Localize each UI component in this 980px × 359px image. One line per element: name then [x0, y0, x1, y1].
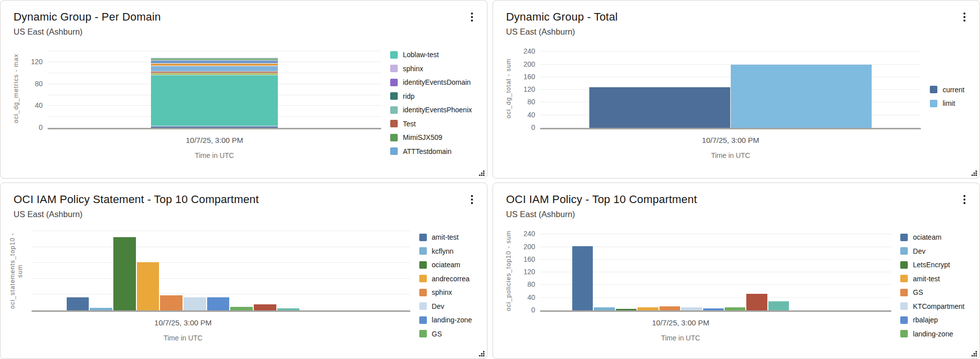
legend-label: current: [942, 86, 964, 94]
stacked-bar[interactable]: [151, 58, 278, 128]
legend-label: rbalajep: [913, 316, 938, 324]
y-tick-label: 160: [524, 256, 535, 263]
bar[interactable]: [67, 297, 89, 310]
gridline: [48, 51, 381, 51]
legend-item[interactable]: Dev: [419, 302, 472, 310]
legend-swatch: [900, 330, 908, 337]
chart-title: Dynamic Group - Total: [506, 11, 966, 24]
plot-area: [32, 231, 410, 312]
legend-item[interactable]: identityEventsPhoenix: [390, 106, 472, 114]
legend-label: kcflynn: [432, 247, 454, 255]
resize-handle-icon[interactable]: [479, 351, 484, 356]
legend-item[interactable]: ATTTestdomain: [390, 147, 472, 155]
legend-item[interactable]: LetsEncrypt: [900, 261, 964, 269]
bar[interactable]: [230, 307, 253, 310]
stack-segment[interactable]: [151, 126, 278, 128]
resize-handle-icon[interactable]: [971, 170, 977, 176]
chart-card-dg-per-domain: Dynamic Group - Per Domain US East (Ashb…: [0, 0, 487, 178]
bar[interactable]: [137, 262, 159, 310]
kebab-menu-icon[interactable]: [469, 193, 475, 206]
legend-label: limit: [942, 99, 955, 107]
y-tick-label: 40: [527, 294, 535, 301]
kebab-menu-icon[interactable]: [961, 193, 967, 206]
legend-swatch: [419, 234, 427, 241]
legend-item[interactable]: ociateam: [419, 261, 472, 269]
bar[interactable]: [731, 65, 872, 128]
stack-segment[interactable]: [151, 75, 278, 125]
legend-item[interactable]: sphinx: [390, 65, 472, 73]
bar[interactable]: [572, 246, 593, 310]
kebab-menu-icon[interactable]: [961, 11, 967, 24]
legend-label: ociateam: [432, 261, 460, 269]
legend: amit-testkcflynnociateamandrecorreasphin…: [410, 231, 483, 338]
legend-item[interactable]: ridp: [390, 92, 472, 100]
legend-item[interactable]: landing-zone: [900, 330, 964, 338]
legend-item[interactable]: kcflynn: [419, 247, 472, 255]
legend-item[interactable]: GS: [900, 288, 964, 296]
legend-swatch: [390, 120, 398, 127]
y-axis-label: oci_statements_top10 - sum: [8, 231, 25, 310]
stack-segment[interactable]: [151, 66, 278, 71]
bar[interactable]: [184, 297, 206, 310]
legend-swatch: [419, 275, 427, 282]
bar[interactable]: [703, 308, 724, 310]
legend-item[interactable]: current: [930, 86, 964, 94]
bar[interactable]: [746, 294, 767, 310]
bar[interactable]: [660, 306, 680, 310]
legend-item[interactable]: Loblaw-test: [390, 51, 472, 59]
chart-subtitle: US East (Ashburn): [506, 210, 966, 219]
bar[interactable]: [113, 237, 136, 310]
legend-label: GS: [432, 330, 442, 338]
y-tick-label: 240: [524, 48, 535, 55]
bar[interactable]: [768, 301, 789, 310]
chart-card-policy-statements: OCI IAM Policy Statement - Top 10 Compar…: [0, 183, 487, 359]
bar[interactable]: [681, 307, 702, 310]
chart-subtitle: US East (Ashburn): [14, 210, 474, 219]
legend-item[interactable]: MimiSJX509: [390, 133, 472, 141]
bar[interactable]: [589, 87, 730, 128]
plot-area: [540, 49, 921, 129]
legend-label: amit-test: [913, 275, 940, 283]
bar[interactable]: [207, 297, 230, 310]
bar[interactable]: [725, 307, 745, 310]
legend-item[interactable]: amit-test: [900, 275, 964, 283]
x-tick-label: 10/7/25, 3:00 PM: [32, 318, 335, 327]
legend-item[interactable]: identityEventsDomain: [390, 78, 472, 86]
y-tick-label: 120: [524, 268, 535, 275]
legend-label: sphinx: [432, 288, 452, 296]
card-header: Dynamic Group - Total US East (Ashburn): [493, 1, 979, 37]
chart-card-dg-total: Dynamic Group - Total US East (Ashburn) …: [493, 0, 980, 178]
y-axis-label-line: oci_statements_top10 -: [9, 233, 16, 309]
legend-item[interactable]: Dev: [900, 247, 964, 255]
bar[interactable]: [254, 304, 276, 310]
legend-item[interactable]: andrecorrea: [419, 275, 472, 283]
bar[interactable]: [594, 307, 614, 310]
y-tick-label: 0: [531, 124, 535, 131]
y-tick-label: 40: [35, 102, 43, 109]
kebab-menu-icon[interactable]: [469, 11, 475, 24]
legend-swatch: [900, 289, 908, 296]
resize-handle-icon[interactable]: [971, 351, 977, 356]
legend-item[interactable]: landing-zone: [419, 316, 472, 324]
legend-swatch: [419, 330, 427, 337]
bar[interactable]: [616, 309, 636, 310]
bar[interactable]: [90, 308, 112, 310]
legend-item[interactable]: ociateam: [900, 233, 964, 241]
legend-item[interactable]: KTCompartment: [900, 302, 964, 310]
bar[interactable]: [160, 295, 183, 310]
y-tick-label: 0: [531, 306, 535, 313]
legend-item[interactable]: amit-test: [419, 233, 472, 241]
legend: Loblaw-testsphinxidentityEventsDomainrid…: [381, 49, 483, 155]
legend-item[interactable]: limit: [930, 99, 964, 107]
bar[interactable]: [637, 307, 658, 310]
legend-item[interactable]: GS: [419, 330, 472, 338]
bar[interactable]: [277, 308, 300, 310]
legend-item[interactable]: sphinx: [419, 288, 472, 296]
legend-label: ociateam: [913, 233, 941, 241]
resize-handle-icon[interactable]: [479, 170, 484, 176]
legend-item[interactable]: Test: [390, 120, 472, 128]
plot-area: [540, 231, 891, 312]
legend-item[interactable]: rbalajep: [900, 316, 964, 324]
legend-swatch: [419, 289, 427, 296]
x-axis-title: Time in UTC: [48, 151, 381, 159]
